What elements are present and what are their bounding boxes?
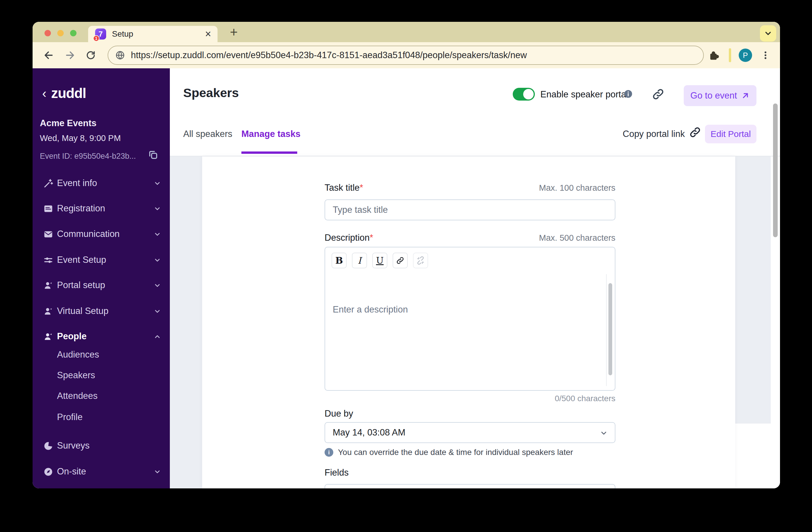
due-by-note: i You can override the due date & time f… xyxy=(324,448,573,457)
sidebar-item-virtual-setup[interactable]: Virtual Setup xyxy=(32,302,170,320)
notification-badge: 1 xyxy=(93,35,100,42)
chevron-down-icon xyxy=(154,468,161,476)
insert-link-button[interactable] xyxy=(393,253,408,268)
wand-icon xyxy=(43,178,54,189)
mail-icon xyxy=(43,229,54,239)
browser-menu-icon[interactable] xyxy=(760,49,771,61)
event-id: Event ID: e95b50e4-b23b... xyxy=(40,152,136,161)
chevron-up-icon xyxy=(154,333,161,340)
sidebar: ‹ zuddl Acme Events Wed, May 8, 9:00 PM … xyxy=(32,68,170,488)
chevron-down-icon xyxy=(154,180,161,187)
editor-scrollbar-thumb[interactable] xyxy=(608,283,612,375)
editor-scrollbar-track xyxy=(606,274,607,386)
sidebar-item-portal-setup[interactable]: Portal setup xyxy=(32,277,170,294)
due-by-label: Due by xyxy=(324,409,353,419)
sidebar-subitem-attendees[interactable]: Attendees xyxy=(57,391,98,404)
user-icon xyxy=(43,306,54,316)
browser-toolbar: https://setup.zuddl.com/event/e95b50e4-b… xyxy=(32,42,780,68)
bold-button[interactable]: B xyxy=(332,253,347,268)
page-header: Speakers Enable speaker portal Go to eve… xyxy=(170,68,780,157)
screen: 7 1 Setup × + https://setup.zuddl.com/ev… xyxy=(0,0,812,532)
url-text: https://setup.zuddl.com/event/e95b50e4-b… xyxy=(131,50,527,60)
tab-manage-tasks[interactable]: Manage tasks xyxy=(242,129,301,139)
due-by-value: May 14, 03:08 AM xyxy=(333,427,405,438)
browser-tab[interactable]: 7 1 Setup × xyxy=(88,26,218,42)
sliders-icon xyxy=(43,255,54,265)
italic-button[interactable]: I xyxy=(352,253,367,268)
sidebar-subitem-speakers[interactable]: Speakers xyxy=(57,370,95,383)
back-icon[interactable] xyxy=(43,49,55,61)
tab-all-speakers[interactable]: All speakers xyxy=(183,129,232,139)
forward-icon[interactable] xyxy=(64,49,76,61)
user-icon xyxy=(43,280,54,291)
card-icon xyxy=(43,204,54,214)
sidebar-item-event-info[interactable]: Event info xyxy=(32,174,170,192)
logo-wordmark: zuddl xyxy=(51,85,86,101)
arrow-up-right-icon xyxy=(741,91,750,100)
right-gutter xyxy=(735,157,771,424)
page-title: Speakers xyxy=(183,86,239,100)
users-icon xyxy=(43,331,54,342)
chevron-down-icon xyxy=(154,256,161,264)
info-icon: i xyxy=(324,448,333,457)
enable-speaker-portal-toggle[interactable] xyxy=(513,88,535,101)
sidebar-subitem-audiences[interactable]: Audiences xyxy=(57,350,99,363)
active-tab-underline xyxy=(242,151,297,154)
fields-input[interactable] xyxy=(324,484,615,488)
toggle-label: Enable speaker portal xyxy=(540,89,628,100)
required-asterisk: * xyxy=(369,233,373,243)
sidebar-item-on-site[interactable]: On-site xyxy=(32,463,170,480)
browser-window: 7 1 Setup × + https://setup.zuddl.com/ev… xyxy=(32,22,780,488)
task-title-input[interactable] xyxy=(324,200,615,220)
toolbar-divider xyxy=(729,48,731,62)
link-icon xyxy=(396,256,405,265)
copy-icon[interactable] xyxy=(147,149,159,160)
page-body: Task title* Max. 100 characters Descript… xyxy=(170,157,771,488)
due-by-note-text: You can override the due date & time for… xyxy=(338,448,573,457)
sidebar-subitem-profile[interactable]: Profile xyxy=(57,412,83,425)
task-title-label: Task title* xyxy=(324,182,363,193)
back-chevron-icon[interactable]: ‹ xyxy=(42,87,46,100)
edit-portal-button[interactable]: Edit Portal xyxy=(705,125,756,143)
unlink-icon xyxy=(416,256,425,265)
sidebar-item-surveys[interactable]: Surveys xyxy=(32,437,170,454)
description-label: Description* xyxy=(324,233,373,243)
page-scrollbar-thumb[interactable] xyxy=(773,103,778,237)
new-tab-button[interactable]: + xyxy=(225,22,243,42)
underline-button[interactable]: U xyxy=(372,253,387,268)
sidebar-item-communication[interactable]: Communication xyxy=(32,225,170,243)
remove-link-button[interactable] xyxy=(413,253,428,268)
chevron-down-icon xyxy=(154,205,161,212)
sidebar-item-registration[interactable]: Registration xyxy=(32,200,170,217)
info-icon[interactable] xyxy=(624,89,633,99)
chevron-down-icon xyxy=(154,282,161,289)
task-form-card: Task title* Max. 100 characters Descript… xyxy=(202,157,735,488)
chevron-down-icon xyxy=(600,429,608,437)
task-title-max: Max. 100 characters xyxy=(539,183,615,193)
link-icon[interactable] xyxy=(689,126,701,139)
window-zoom-button[interactable] xyxy=(70,30,76,36)
event-datetime: Wed, May 8, 9:00 PM xyxy=(40,133,121,143)
toggle-knob xyxy=(523,89,534,100)
description-editor[interactable]: B I U Enter a description xyxy=(324,247,615,391)
profile-avatar[interactable]: P xyxy=(739,48,752,62)
go-to-event-button[interactable]: Go to event xyxy=(684,85,756,106)
window-close-button[interactable] xyxy=(44,30,51,36)
task-title-row: Task title* Max. 100 characters xyxy=(324,182,615,194)
window-minimize-button[interactable] xyxy=(57,30,64,36)
left-gutter xyxy=(170,157,202,488)
reload-icon[interactable] xyxy=(85,49,97,61)
extensions-puzzle-icon[interactable] xyxy=(708,49,720,61)
address-bar[interactable]: https://setup.zuddl.com/event/e95b50e4-b… xyxy=(107,46,704,65)
tab-search-chevron-icon[interactable] xyxy=(760,25,776,42)
sidebar-item-event-setup[interactable]: Event Setup xyxy=(32,251,170,269)
app-logo[interactable]: ‹ zuddl xyxy=(42,85,86,101)
site-info-globe-icon[interactable] xyxy=(115,50,125,60)
required-asterisk: * xyxy=(360,182,363,193)
sidebar-item-people[interactable]: People xyxy=(32,328,170,345)
tab-close-icon[interactable]: × xyxy=(205,26,211,42)
org-name: Acme Events xyxy=(40,118,97,129)
portal-link-icon[interactable] xyxy=(651,88,665,101)
due-by-select[interactable]: May 14, 03:08 AM xyxy=(324,422,615,443)
copy-portal-link-button[interactable]: Copy portal link xyxy=(623,129,685,139)
